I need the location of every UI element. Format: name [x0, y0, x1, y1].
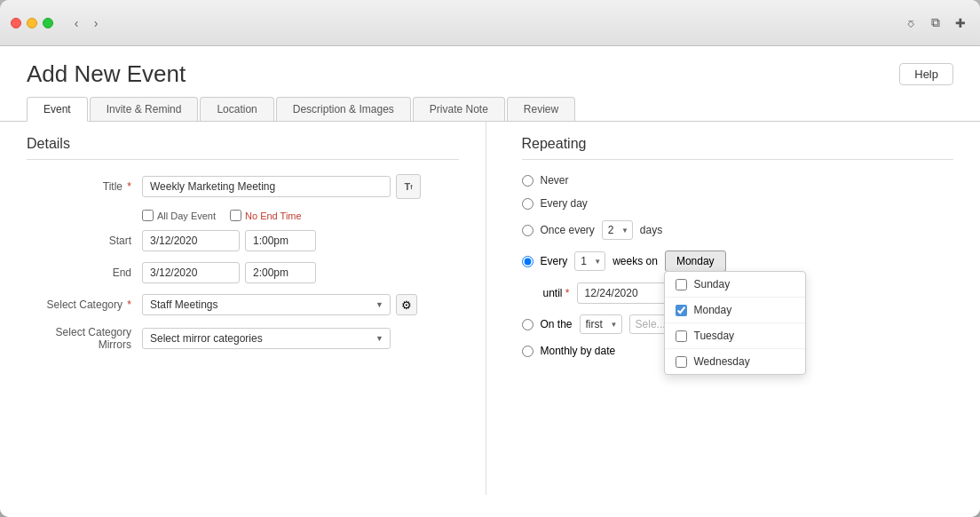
forward-arrow[interactable]: ›: [87, 14, 105, 32]
all-day-label: All Day Event: [157, 211, 216, 221]
tab-description[interactable]: Description & Images: [276, 97, 411, 121]
all-day-checkbox[interactable]: [142, 210, 154, 221]
start-time-input[interactable]: [245, 230, 316, 251]
start-controls: [142, 230, 459, 251]
mirrors-row: Select Category Mirrors Select mirror ca…: [27, 326, 459, 351]
start-row: Start: [27, 230, 459, 251]
repeating-section-title: Repeating: [522, 136, 954, 160]
every-weeks-select-wrapper: 1: [574, 251, 605, 271]
repeating-panel: Repeating Never Every day Once every: [522, 122, 954, 495]
format-button[interactable]: Tf: [396, 174, 421, 199]
mirrors-select[interactable]: Select mirror categories: [142, 328, 391, 349]
tab-private[interactable]: Private Note: [413, 97, 505, 121]
nav-arrows: ‹ ›: [67, 14, 105, 32]
never-label: Never: [541, 174, 569, 187]
monthly-label: Monthly by date: [541, 345, 616, 357]
every-day-option: Every day: [522, 197, 954, 210]
tuesday-checkbox[interactable]: [676, 330, 687, 342]
page-title: Add New Event: [27, 60, 186, 88]
sunday-checkbox[interactable]: [676, 279, 687, 290]
on-the-select[interactable]: first: [580, 314, 622, 334]
mirrors-label: Select Category Mirrors: [27, 326, 142, 351]
content-area: Add New Event Help Event Invite & Remind…: [0, 46, 980, 517]
monday-checkbox[interactable]: [676, 305, 687, 316]
once-every-unit: days: [640, 224, 662, 236]
mirrors-select-wrapper: Select mirror categories: [142, 328, 391, 349]
category-select-wrapper: Staff Meetings: [142, 294, 391, 315]
end-label: End: [27, 266, 142, 279]
tab-invite[interactable]: Invite & Remind: [90, 97, 199, 121]
tab-review[interactable]: Review: [507, 97, 575, 121]
app-window: ‹ › ⎏ ⧉ ✚ Add New Event Help Event Invit…: [0, 0, 980, 517]
end-date-input[interactable]: [142, 262, 240, 283]
mirrors-controls: Select mirror categories: [142, 328, 459, 349]
gear-button[interactable]: ⚙: [396, 294, 417, 315]
on-the-select-wrapper: first: [580, 314, 622, 334]
once-every-option: Once every 2 days: [522, 220, 954, 240]
title-controls: Tf: [142, 174, 459, 199]
end-time-input[interactable]: [245, 262, 316, 283]
tab-event[interactable]: Event: [27, 97, 88, 122]
traffic-lights: [11, 18, 53, 28]
every-weeks-radio[interactable]: [522, 256, 533, 267]
back-arrow[interactable]: ‹: [67, 14, 85, 32]
end-controls: [142, 262, 459, 283]
details-section-title: Details: [27, 136, 459, 160]
end-row: End: [27, 262, 459, 283]
category-select[interactable]: Staff Meetings: [142, 294, 391, 315]
wednesday-checkbox[interactable]: [676, 356, 687, 368]
category-label: Select Category *: [27, 298, 142, 311]
titlebar-actions: ⎏ ⧉ ✚: [902, 14, 969, 32]
every-weeks-select[interactable]: 1: [574, 251, 605, 271]
weeks-on-label: weeks on: [612, 255, 658, 267]
minimize-button[interactable]: [27, 18, 37, 28]
category-controls: Staff Meetings ⚙: [142, 294, 459, 315]
every-day-label: Every day: [541, 197, 588, 210]
no-end-label: No End Time: [245, 211, 302, 221]
monthly-radio[interactable]: [522, 346, 533, 357]
wednesday-item[interactable]: Wednesday: [665, 349, 805, 374]
once-every-label: Once every: [541, 224, 595, 236]
tuesday-label: Tuesday: [694, 330, 735, 342]
on-the-label: On the: [541, 318, 573, 330]
once-every-select[interactable]: 2: [602, 220, 633, 240]
day-dropdown: Sunday Monday Tuesday Wednesday: [664, 271, 806, 375]
page-header: Add New Event Help: [0, 46, 980, 97]
title-input[interactable]: [142, 176, 391, 197]
titlebar: ‹ › ⎏ ⧉ ✚: [0, 0, 980, 46]
no-end-item: No End Time: [230, 210, 302, 221]
title-label: Title *: [27, 180, 142, 193]
all-day-item: All Day Event: [142, 210, 216, 221]
start-label: Start: [27, 235, 142, 247]
tabs-bar: Event Invite & Remind Location Descripti…: [0, 97, 980, 122]
wednesday-label: Wednesday: [694, 355, 750, 368]
start-date-input[interactable]: [142, 230, 240, 251]
main-content: Details Title * Tf All Day Event: [0, 122, 980, 495]
on-the-radio[interactable]: [522, 319, 533, 330]
never-option: Never: [522, 174, 954, 187]
details-panel: Details Title * Tf All Day Event: [27, 122, 486, 495]
sunday-label: Sunday: [694, 278, 731, 290]
never-radio[interactable]: [522, 175, 533, 187]
every-weeks-row: Every 1 weeks on Monday: [522, 251, 954, 272]
until-label: until *: [543, 287, 570, 299]
no-end-checkbox[interactable]: [230, 210, 241, 221]
once-every-radio[interactable]: [522, 225, 533, 236]
category-row: Select Category * Staff Meetings ⚙: [27, 294, 459, 315]
maximize-button[interactable]: [43, 18, 53, 28]
monday-label: Monday: [694, 304, 732, 316]
once-every-select-wrapper: 2: [602, 220, 633, 240]
add-icon[interactable]: ✚: [952, 14, 969, 32]
tuesday-item[interactable]: Tuesday: [665, 323, 805, 349]
close-button[interactable]: [11, 18, 21, 28]
until-date-input[interactable]: [577, 282, 675, 304]
sunday-item[interactable]: Sunday: [665, 272, 805, 298]
tab-location[interactable]: Location: [200, 97, 273, 121]
window-icon[interactable]: ⧉: [927, 14, 944, 32]
monday-button[interactable]: Monday: [665, 251, 726, 272]
monday-item[interactable]: Monday: [665, 298, 805, 323]
help-button[interactable]: Help: [899, 63, 953, 85]
share-icon[interactable]: ⎏: [902, 14, 920, 32]
every-day-radio[interactable]: [522, 198, 533, 210]
checkbox-row: All Day Event No End Time: [142, 210, 459, 221]
